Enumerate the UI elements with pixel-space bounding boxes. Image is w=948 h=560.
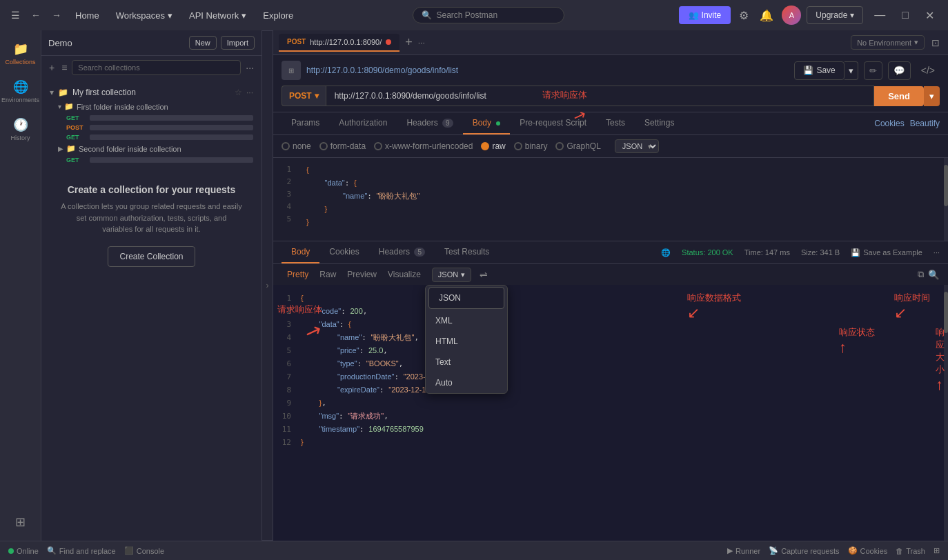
comment-button[interactable]: 💬 bbox=[888, 61, 911, 80]
option-graphql[interactable]: GraphQL bbox=[555, 141, 600, 151]
code-button[interactable]: </> bbox=[916, 61, 940, 79]
send-button[interactable]: Send bbox=[874, 86, 924, 106]
option-form-data[interactable]: form-data bbox=[319, 141, 366, 151]
request-item[interactable]: GET bbox=[55, 132, 256, 142]
back-button[interactable]: ← bbox=[28, 7, 43, 23]
maximize-button[interactable]: □ bbox=[896, 6, 914, 24]
find-replace-link[interactable]: 🔍 Find and replace bbox=[47, 546, 116, 555]
more-tabs-button[interactable]: ··· bbox=[418, 38, 425, 48]
search-response-button[interactable]: 🔍 bbox=[928, 270, 940, 280]
grid-link[interactable]: ⊞ bbox=[934, 546, 940, 555]
response-more-button[interactable]: ··· bbox=[934, 248, 940, 257]
format-select[interactable]: JSON XML HTML Text bbox=[615, 139, 659, 153]
edit-button[interactable]: ✏ bbox=[864, 61, 882, 80]
save-as-example-button[interactable]: 💾 Save as Example bbox=[851, 248, 922, 257]
tab-tests[interactable]: Tests bbox=[596, 112, 635, 134]
resp-tab-test-results[interactable]: Test Results bbox=[435, 241, 499, 263]
add-collection-btn[interactable]: + bbox=[47, 60, 57, 75]
resp-tab-headers[interactable]: Headers 5 bbox=[369, 241, 435, 263]
tab-params[interactable]: Params bbox=[282, 112, 329, 134]
method-select[interactable]: POST ▾ bbox=[282, 86, 326, 106]
response-format-btn[interactable]: JSON ▾ bbox=[432, 268, 471, 282]
invite-button[interactable]: 👥 Invite bbox=[679, 6, 731, 24]
minimize-button[interactable]: — bbox=[869, 6, 891, 24]
raw-btn[interactable]: Raw bbox=[314, 267, 342, 282]
active-tab[interactable]: POST http://127.0.0.1:8090/ bbox=[279, 34, 399, 52]
panel-collapse-arrow[interactable]: › bbox=[262, 30, 273, 541]
editor-scrollbar[interactable] bbox=[944, 158, 948, 241]
avatar[interactable]: A bbox=[782, 6, 801, 25]
environment-select[interactable]: No Environment ▾ bbox=[851, 35, 925, 50]
collection-search[interactable] bbox=[72, 60, 241, 75]
explore-link[interactable]: Explore bbox=[257, 8, 299, 23]
cookies-statusbar-link[interactable]: 🍪 Cookies bbox=[848, 546, 888, 555]
create-collection-title: Create a collection for your requests bbox=[61, 184, 242, 195]
request-item[interactable]: GET bbox=[55, 113, 256, 123]
option-binary[interactable]: binary bbox=[514, 141, 548, 151]
pretty-btn[interactable]: Pretty bbox=[282, 267, 314, 282]
notifications-button[interactable]: 🔔 bbox=[757, 6, 776, 25]
tab-settings[interactable]: Settings bbox=[635, 112, 684, 134]
filter-btn[interactable]: ≡ bbox=[59, 60, 69, 75]
upgrade-button[interactable]: Upgrade ▾ bbox=[807, 6, 863, 24]
preview-btn[interactable]: Preview bbox=[342, 267, 382, 282]
trash-link[interactable]: 🗑 Trash bbox=[896, 547, 925, 555]
import-button[interactable]: Import bbox=[221, 36, 255, 50]
option-urlencoded[interactable]: x-www-form-urlencoded bbox=[374, 141, 473, 151]
resp-tab-cookies[interactable]: Cookies bbox=[319, 241, 368, 263]
layout-button[interactable]: ⊡ bbox=[929, 34, 942, 51]
save-button[interactable]: 💾 Save bbox=[794, 61, 844, 80]
format-option-html[interactable]: HTML bbox=[426, 331, 507, 352]
collection-header[interactable]: ▾ 📁 My first collection ☆ ··· bbox=[47, 85, 256, 100]
copy-response-button[interactable]: ⧉ bbox=[918, 269, 924, 280]
search-bar[interactable]: 🔍 Search Postman bbox=[413, 7, 564, 23]
sidebar-item-environments[interactable]: 🌐 Environments bbox=[3, 74, 39, 109]
new-button[interactable]: New bbox=[189, 36, 217, 50]
workspaces-menu[interactable]: Workspaces ▾ bbox=[110, 8, 178, 23]
save-icon: 💾 bbox=[803, 66, 813, 75]
sidebar-item-history[interactable]: 🕐 History bbox=[3, 112, 39, 147]
hamburger-menu[interactable]: ☰ bbox=[8, 7, 23, 23]
runner-link[interactable]: ▶ Runner bbox=[727, 546, 760, 555]
forward-button[interactable]: → bbox=[49, 7, 64, 23]
tab-body[interactable]: Body bbox=[463, 112, 511, 134]
folder-1-header[interactable]: ▾ 📁 First folder inside collection bbox=[55, 100, 256, 113]
cookies-link[interactable]: Cookies bbox=[874, 119, 904, 128]
tab-authorization[interactable]: Authorization bbox=[329, 112, 397, 134]
api-network-menu[interactable]: API Network ▾ bbox=[184, 8, 252, 23]
format-option-xml[interactable]: XML bbox=[426, 310, 507, 331]
format-option-auto[interactable]: Auto bbox=[426, 372, 507, 393]
create-collection-button[interactable]: Create Collection bbox=[108, 246, 195, 267]
request-item[interactable]: GET bbox=[55, 155, 256, 165]
response-scrollbar[interactable] bbox=[944, 285, 948, 541]
code-content[interactable]: { "data": { "name": "盼盼大礼包" } } bbox=[301, 158, 948, 234]
response-time: Time: 147 ms bbox=[744, 248, 790, 257]
beautify-link[interactable]: Beautify bbox=[910, 119, 940, 128]
settings-button[interactable]: ⚙ bbox=[736, 6, 751, 25]
send-dropdown-button[interactable]: ▾ bbox=[924, 86, 940, 106]
tab-pre-request[interactable]: Pre-request Script bbox=[510, 112, 596, 134]
option-none[interactable]: none bbox=[282, 141, 311, 151]
capture-link[interactable]: 📡 Capture requests bbox=[769, 546, 839, 555]
more-options-btn[interactable]: ··· bbox=[244, 60, 256, 75]
resp-tab-body[interactable]: Body bbox=[282, 241, 319, 263]
console-link[interactable]: ⬛ Console bbox=[124, 546, 164, 555]
sidebar-item-apis[interactable]: ⊞ bbox=[3, 509, 39, 535]
tab-headers[interactable]: Headers 9 bbox=[397, 112, 462, 134]
response-body-content[interactable]: 123456789101112 { "code": 200, "data": {… bbox=[273, 285, 948, 541]
url-input[interactable] bbox=[326, 86, 875, 106]
option-raw[interactable]: raw bbox=[481, 141, 505, 151]
close-button[interactable]: ✕ bbox=[920, 6, 940, 25]
folder-2-header[interactable]: ▶ 📁 Second folder inside collection bbox=[55, 142, 256, 155]
sidebar-item-collections[interactable]: 📁 Collections bbox=[3, 36, 39, 71]
request-body-editor[interactable]: 12345 { "data": { "name": "盼盼大礼包" } } bbox=[273, 158, 948, 241]
home-link[interactable]: Home bbox=[70, 8, 105, 23]
visualize-btn[interactable]: Visualize bbox=[382, 267, 426, 282]
wrap-button[interactable]: ⇌ bbox=[477, 268, 491, 281]
collection-more-icon[interactable]: ··· bbox=[246, 88, 253, 97]
format-option-text[interactable]: Text bbox=[426, 352, 507, 372]
save-dropdown-button[interactable]: ▾ bbox=[845, 61, 858, 80]
add-tab-button[interactable]: + bbox=[402, 35, 415, 50]
format-option-json[interactable]: JSON bbox=[428, 287, 504, 309]
request-item[interactable]: POST bbox=[55, 123, 256, 132]
